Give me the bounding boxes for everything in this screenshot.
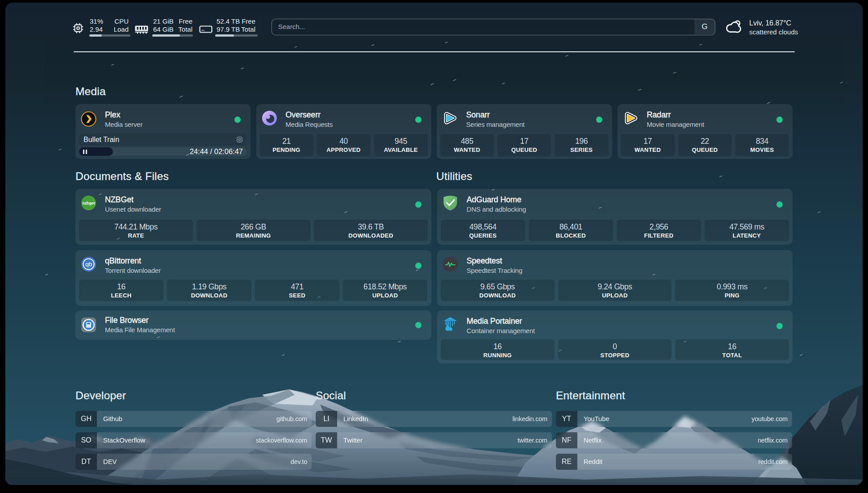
svg-text:qb: qb	[85, 261, 92, 267]
svg-text:nzbget: nzbget	[82, 201, 95, 205]
